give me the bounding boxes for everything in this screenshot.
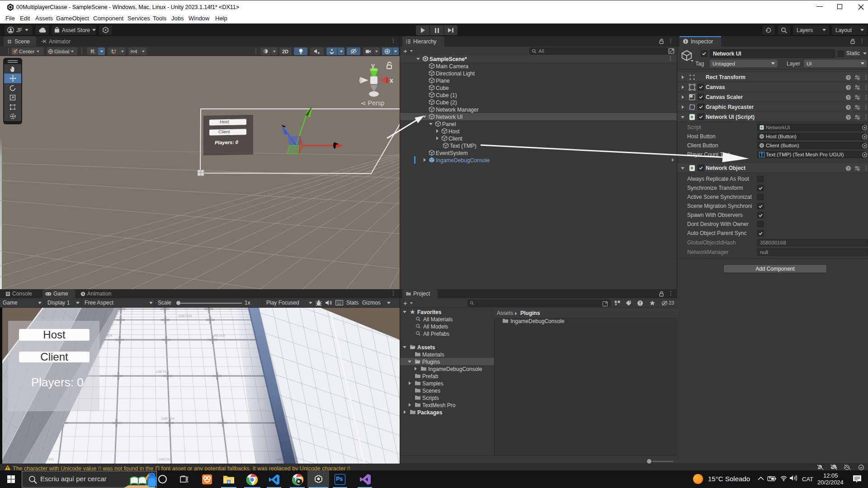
- svg-text:1METER: 1METER: [161, 417, 175, 421]
- svg-text:1METER: 1METER: [212, 333, 226, 338]
- svg-text:1METER: 1METER: [178, 314, 192, 318]
- svg-text:?: ?: [847, 75, 850, 80]
- svg-text:1METER: 1METER: [158, 457, 172, 461]
- svg-text:?: ?: [847, 95, 850, 100]
- svg-text:y: y: [371, 62, 375, 69]
- svg-text:?: ?: [847, 85, 850, 90]
- svg-text:?: ?: [847, 115, 850, 120]
- svg-text:?: ?: [847, 166, 850, 171]
- svg-text:?: ?: [847, 105, 850, 110]
- svg-text:x: x: [390, 77, 393, 84]
- svg-text:1METER: 1METER: [156, 370, 170, 374]
- svg-text:Y: Y: [93, 52, 94, 54]
